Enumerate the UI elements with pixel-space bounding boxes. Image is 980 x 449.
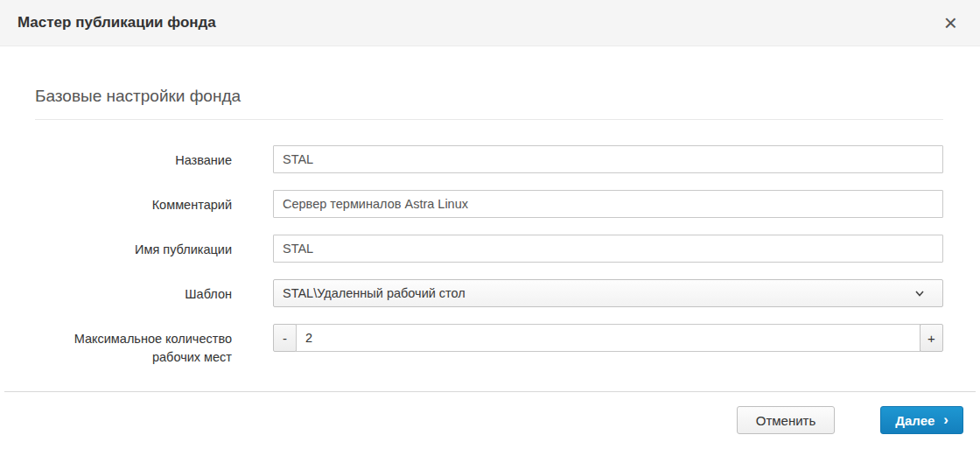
dialog-title: Мастер публикации фонда: [18, 14, 216, 32]
form-row-name: Название: [35, 145, 943, 173]
publication-name-field-wrap: [273, 235, 943, 263]
comment-field-wrap: [273, 190, 943, 218]
publication-name-input[interactable]: [273, 235, 943, 263]
max-workplaces-label: Максимальное количество рабочих мест: [35, 324, 232, 367]
template-select[interactable]: STAL\Удаленный рабочий стол: [273, 279, 943, 307]
comment-input[interactable]: [273, 190, 943, 218]
fund-publication-wizard-dialog: Мастер публикации фонда × Базовые настро…: [0, 0, 980, 449]
close-icon[interactable]: ×: [939, 11, 962, 34]
name-field-wrap: [273, 145, 943, 173]
max-workplaces-field-wrap: - +: [273, 324, 943, 352]
publication-name-label: Имя публикации: [35, 235, 232, 259]
template-label: Шаблон: [35, 279, 232, 304]
cancel-button[interactable]: Отменить: [737, 406, 836, 434]
form-row-publication-name: Имя публикации: [35, 235, 943, 263]
section-divider: [35, 119, 943, 120]
increment-button[interactable]: +: [920, 324, 943, 352]
dialog-header: Мастер публикации фонда ×: [0, 0, 980, 46]
max-workplaces-input[interactable]: [296, 324, 920, 352]
template-select-value: STAL\Удаленный рабочий стол: [283, 286, 466, 300]
name-input[interactable]: [273, 145, 943, 173]
section-title: Базовые настройки фонда: [35, 87, 943, 106]
form-row-comment: Комментарий: [35, 190, 943, 218]
dialog-footer: Отменить Далее ›: [4, 391, 976, 449]
name-label: Название: [35, 145, 232, 170]
form-row-max-workplaces: Максимальное количество рабочих мест - +: [35, 324, 943, 367]
decrement-button[interactable]: -: [273, 324, 297, 352]
dialog-body: Базовые настройки фонда Название Коммент…: [0, 46, 980, 391]
max-workplaces-stepper: - +: [273, 324, 943, 352]
next-button-label: Далее: [895, 413, 934, 428]
comment-label: Комментарий: [35, 190, 232, 214]
template-field-wrap: STAL\Удаленный рабочий стол: [273, 279, 943, 307]
form-row-template: Шаблон STAL\Удаленный рабочий стол: [35, 279, 943, 307]
next-button[interactable]: Далее ›: [880, 406, 963, 434]
chevron-right-icon: ›: [943, 412, 948, 427]
cancel-button-label: Отменить: [756, 413, 816, 428]
